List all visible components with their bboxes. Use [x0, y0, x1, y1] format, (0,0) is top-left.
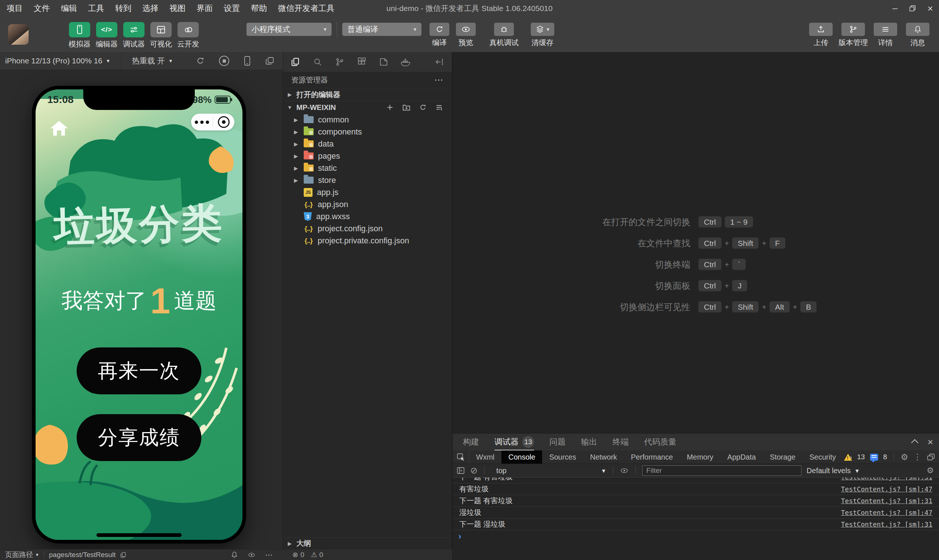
problems-summary[interactable]: ⊗ 0 ⚠ 0 — [283, 551, 323, 559]
record-icon[interactable] — [219, 56, 229, 66]
context-select[interactable]: top ▼ — [491, 466, 606, 475]
source-link[interactable]: TestContent.js? [sm]:47 — [841, 509, 933, 516]
warning-icon[interactable]: ! — [844, 454, 852, 461]
tree-item-folder[interactable]: ▶ pages — [283, 150, 452, 162]
clear-console-icon[interactable]: ⊘ — [470, 465, 478, 476]
tab-problems[interactable]: 问题 — [549, 434, 566, 451]
menu-file[interactable]: 文件 — [34, 3, 50, 14]
devtools-tab-network[interactable]: Network — [583, 451, 624, 464]
debugger-toggle[interactable]: 调试器 — [120, 22, 148, 49]
devtools-tab-storage[interactable]: Storage — [763, 451, 803, 464]
compile-mode-select[interactable]: 普通编译▾ — [342, 23, 421, 36]
tree-item-file[interactable]: app.wxss — [283, 210, 452, 223]
tree-item-folder[interactable]: ▶ components — [283, 126, 452, 138]
project-section[interactable]: ▼ MP-WEIXIN — [283, 101, 452, 114]
details-button[interactable]: 详情 — [871, 23, 900, 48]
minimize-icon[interactable]: ─ — [886, 0, 904, 17]
more-icon[interactable] — [191, 121, 213, 124]
tree-item-file[interactable]: app.js — [283, 186, 452, 198]
tab-code-quality[interactable]: 代码质量 — [644, 434, 676, 451]
current-page-path[interactable]: pages/test/TestResult — [44, 549, 132, 560]
outline-section[interactable]: ▶ 大纲 — [283, 537, 452, 549]
open-editors-section[interactable]: ▶ 打开的编辑器 — [283, 88, 452, 101]
device-select[interactable]: iPhone 12/13 (Pro) 100% 16 ▾ — [0, 52, 115, 70]
menu-select[interactable]: 选择 — [142, 3, 159, 14]
menu-goto[interactable]: 转到 — [115, 3, 131, 14]
editor-toggle[interactable]: </> 编辑器 — [93, 22, 120, 49]
console-prompt[interactable]: › — [453, 530, 939, 543]
copy-icon[interactable] — [120, 552, 126, 558]
compile-button[interactable]: 编译 — [427, 23, 452, 48]
menu-view[interactable]: 视图 — [170, 3, 186, 14]
collapse-sidebar-icon[interactable] — [434, 57, 444, 68]
home-icon[interactable] — [49, 119, 69, 138]
devtools-tab-wxml[interactable]: Wxml — [469, 451, 501, 464]
files-icon[interactable] — [290, 57, 301, 68]
hot-reload-toggle[interactable]: 热重载 开 ▾ — [127, 52, 177, 70]
filter-input[interactable] — [642, 465, 802, 476]
restore-icon[interactable] — [904, 0, 921, 17]
menu-help[interactable]: 帮助 — [251, 3, 267, 14]
retry-button[interactable]: 再来一次 — [77, 348, 201, 394]
console-sidebar-icon[interactable] — [456, 466, 465, 475]
remote-debug-button[interactable]: 真机调试 — [484, 23, 523, 48]
live-expression-icon[interactable] — [620, 467, 629, 474]
devtools-tab-performance[interactable]: Performance — [624, 451, 680, 464]
upload-button[interactable]: 上传 — [806, 23, 836, 48]
avatar[interactable] — [8, 24, 29, 45]
preview-button[interactable]: 预览 — [454, 23, 478, 48]
menu-interface[interactable]: 界面 — [197, 3, 213, 14]
log-levels-select[interactable]: Default levels ▼ — [806, 466, 860, 475]
clear-cache-button[interactable]: ▾ 清缓存 — [526, 23, 560, 48]
extensions-icon[interactable] — [356, 57, 367, 68]
devtools-tab-memory[interactable]: Memory — [680, 451, 720, 464]
devtools-menu-icon[interactable]: ⋮ — [913, 452, 921, 462]
exit-icon[interactable] — [213, 116, 235, 128]
mode-select[interactable]: 小程序模式▾ — [247, 23, 332, 36]
new-file-icon[interactable] — [386, 103, 394, 111]
page-path-select[interactable]: 页面路径 ▾ — [0, 549, 44, 560]
tab-terminal[interactable]: 终端 — [612, 434, 629, 451]
more-actions-icon[interactable]: ⋯ — [434, 75, 444, 85]
tree-item-file[interactable]: app.json — [283, 198, 452, 210]
devtools-tab-console[interactable]: Console — [501, 451, 542, 464]
version-control-button[interactable]: 版本管理 — [839, 23, 868, 48]
tab-output[interactable]: 输出 — [581, 434, 597, 451]
tab-build[interactable]: 构建 — [463, 434, 479, 451]
tree-item-folder[interactable]: ▶ common — [283, 114, 452, 126]
device-frame-icon[interactable] — [243, 56, 251, 66]
devtools-tab-appdata[interactable]: AppData — [720, 451, 763, 464]
collapse-all-icon[interactable] — [435, 103, 443, 111]
source-link[interactable]: TestContent.js? [sm]:31 — [841, 520, 933, 528]
multi-window-icon[interactable] — [265, 56, 275, 66]
tree-item-folder[interactable]: ▶ static — [283, 162, 452, 174]
refresh-icon[interactable] — [419, 103, 427, 111]
notification-icon[interactable] — [231, 551, 238, 559]
devtools-tab-security[interactable]: Security — [803, 451, 843, 464]
inspect-element-icon[interactable] — [453, 451, 469, 464]
more-icon[interactable]: ⋯ — [265, 551, 273, 559]
visualize-toggle[interactable]: 可视化 — [148, 22, 174, 49]
devtools-settings-icon[interactable]: ⚙ — [900, 452, 908, 462]
tree-item-file[interactable]: project.config.json — [283, 223, 452, 235]
source-link[interactable]: TestContent.js? [sm]:31 — [841, 497, 933, 505]
eye-icon[interactable] — [248, 552, 256, 558]
menu-tools[interactable]: 工具 — [88, 3, 104, 14]
npm-icon[interactable] — [378, 57, 389, 68]
devtools-tab-sources[interactable]: Sources — [542, 451, 583, 464]
new-folder-icon[interactable] — [402, 103, 411, 111]
menu-settings[interactable]: 设置 — [224, 3, 240, 14]
tree-item-file[interactable]: project.private.config.json — [283, 235, 452, 247]
cloud-dev-toggle[interactable]: 云开发 — [174, 22, 202, 49]
close-icon[interactable]: × — [921, 0, 939, 17]
tab-debugger[interactable]: 调试器 13 — [495, 434, 534, 451]
simulator-toggle[interactable]: 模拟器 — [66, 22, 93, 49]
tree-item-folder[interactable]: ▶ data — [283, 138, 452, 150]
source-control-icon[interactable] — [335, 57, 345, 68]
message-icon[interactable] — [870, 454, 878, 461]
rotate-icon[interactable] — [196, 56, 205, 66]
menu-edit[interactable]: 编辑 — [61, 3, 77, 14]
menu-wechat-devtools[interactable]: 微信开发者工具 — [278, 3, 335, 14]
tree-item-folder[interactable]: ▶ store — [283, 174, 452, 186]
console-settings-icon[interactable]: ⚙ — [927, 466, 934, 475]
